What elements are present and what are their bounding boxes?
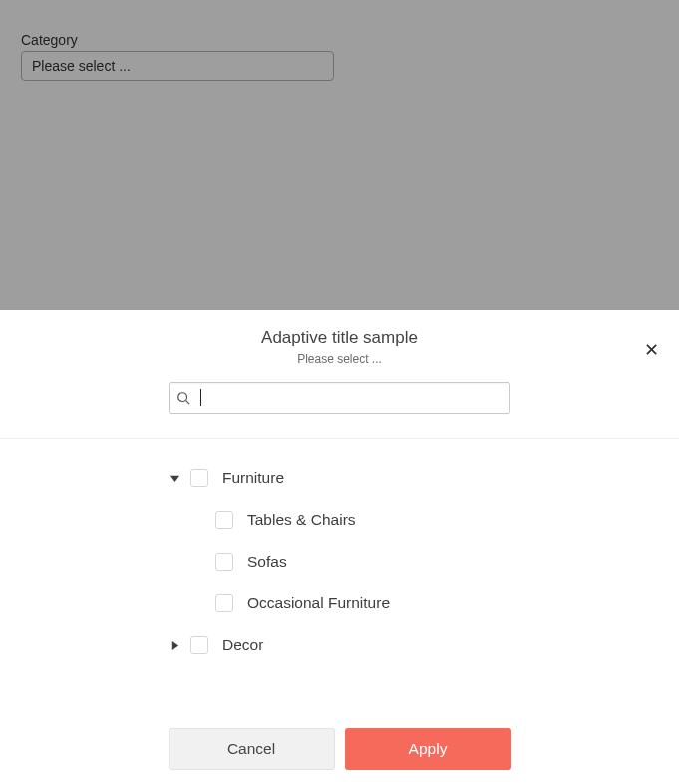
svg-marker-2 [170, 475, 179, 481]
svg-marker-3 [171, 641, 177, 650]
close-button[interactable]: ✕ [641, 340, 661, 360]
checkbox[interactable] [215, 594, 233, 612]
svg-line-1 [186, 401, 190, 405]
tree-label: Tables & Chairs [247, 511, 356, 529]
checkbox[interactable] [190, 636, 208, 654]
tree-node-child: Occasional Furniture [169, 583, 510, 624]
page: Category Please select ... Adaptive titl… [0, 0, 679, 784]
expand-toggle[interactable] [169, 639, 180, 651]
cancel-button[interactable]: Cancel [169, 728, 335, 770]
apply-button[interactable]: Apply [345, 728, 511, 770]
sheet-footer: Cancel Apply [0, 728, 679, 770]
category-tree: Furniture Tables & Chairs Sofas Occasion… [169, 457, 510, 666]
tree-label: Decor [222, 636, 263, 654]
sheet-subtitle: Please select ... [0, 352, 679, 366]
divider [0, 438, 679, 439]
picker-sheet: Adaptive title sample Please select ... … [0, 310, 679, 784]
chevron-right-icon [170, 641, 179, 650]
tree-node-decor: Decor [169, 624, 510, 666]
expand-toggle[interactable] [169, 472, 180, 484]
search-input[interactable] [169, 382, 510, 414]
tree-node-child: Tables & Chairs [169, 499, 510, 541]
chevron-down-icon [170, 474, 179, 483]
checkbox[interactable] [190, 469, 208, 487]
tree-node-child: Sofas [169, 541, 510, 583]
tree-node-furniture: Furniture [169, 457, 510, 499]
tree-label: Occasional Furniture [247, 594, 390, 612]
checkbox[interactable] [215, 511, 233, 529]
tree-label: Sofas [247, 553, 287, 571]
sheet-title: Adaptive title sample [0, 328, 679, 348]
tree-label: Furniture [222, 469, 284, 487]
svg-point-0 [178, 393, 187, 402]
text-caret [200, 389, 201, 406]
search-icon [176, 391, 190, 405]
search-field[interactable] [169, 382, 510, 414]
modal-overlay [0, 0, 679, 310]
checkbox[interactable] [215, 553, 233, 571]
close-icon: ✕ [644, 341, 659, 359]
sheet-header: Adaptive title sample Please select ... … [0, 310, 679, 366]
